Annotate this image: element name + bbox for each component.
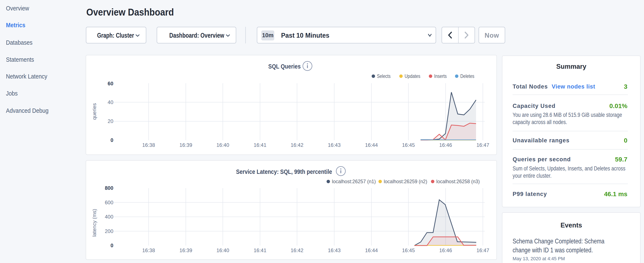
svg-text:queries: queries <box>92 103 97 120</box>
svg-text:0: 0 <box>110 242 113 248</box>
svg-text:16:45: 16:45 <box>402 247 415 253</box>
svg-text:16:47: 16:47 <box>476 142 489 148</box>
svg-text:16:44: 16:44 <box>365 247 378 253</box>
svg-text:40: 40 <box>108 99 113 105</box>
svg-text:400: 400 <box>105 214 113 220</box>
svg-text:0: 0 <box>110 137 113 143</box>
svg-text:60: 60 <box>108 81 113 86</box>
svg-text:200: 200 <box>105 228 113 234</box>
svg-text:16:43: 16:43 <box>328 247 340 253</box>
svg-text:16:45: 16:45 <box>402 142 415 148</box>
svg-text:16:41: 16:41 <box>254 247 266 253</box>
svg-text:16:43: 16:43 <box>328 142 340 148</box>
svg-text:16:38: 16:38 <box>142 142 155 148</box>
svg-text:16:46: 16:46 <box>439 247 452 253</box>
svg-text:20: 20 <box>108 118 113 124</box>
svg-text:latency (ms): latency (ms) <box>92 209 97 237</box>
svg-text:16:42: 16:42 <box>291 247 304 253</box>
svg-text:16:40: 16:40 <box>216 142 229 148</box>
svg-text:600: 600 <box>105 200 113 205</box>
svg-text:16:40: 16:40 <box>216 247 229 253</box>
svg-text:16:39: 16:39 <box>180 142 192 148</box>
svg-text:16:39: 16:39 <box>180 247 192 253</box>
svg-text:16:41: 16:41 <box>254 142 266 148</box>
svg-text:16:44: 16:44 <box>365 142 378 148</box>
svg-text:16:47: 16:47 <box>476 247 489 253</box>
svg-text:800: 800 <box>105 185 113 191</box>
svg-text:16:46: 16:46 <box>439 142 452 148</box>
svg-text:16:42: 16:42 <box>291 142 304 148</box>
svg-text:16:38: 16:38 <box>142 247 155 253</box>
